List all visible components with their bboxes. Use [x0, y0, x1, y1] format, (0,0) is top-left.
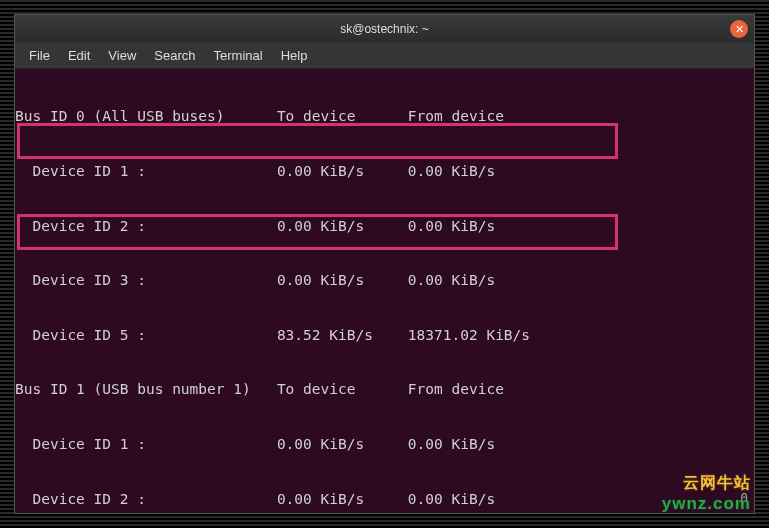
close-icon: ✕ [735, 24, 744, 35]
terminal-line: Bus ID 0 (All USB buses) To device From … [15, 107, 754, 125]
terminal-line: Device ID 1 : 0.00 KiB/s 0.00 KiB/s [15, 162, 754, 180]
terminal-line: Device ID 1 : 0.00 KiB/s 0.00 KiB/s [15, 435, 754, 453]
menu-view[interactable]: View [100, 46, 144, 65]
annotation-highlight-1 [17, 123, 618, 159]
menu-edit[interactable]: Edit [60, 46, 98, 65]
menu-terminal[interactable]: Terminal [206, 46, 271, 65]
terminal-window: sk@ostechnix: ~ ✕ File Edit View Search … [14, 14, 755, 514]
menu-search[interactable]: Search [146, 46, 203, 65]
terminal-output[interactable]: Bus ID 0 (All USB buses) To device From … [15, 69, 754, 513]
menu-help[interactable]: Help [273, 46, 316, 65]
menu-file[interactable]: File [21, 46, 58, 65]
terminal-line: Bus ID 1 (USB bus number 1) To device Fr… [15, 380, 754, 398]
close-button[interactable]: ✕ [730, 20, 748, 38]
titlebar[interactable]: sk@ostechnix: ~ ✕ [15, 15, 754, 43]
terminal-line: Device ID 3 : 0.00 KiB/s 0.00 KiB/s [15, 271, 754, 289]
window-title: sk@ostechnix: ~ [340, 22, 429, 36]
menubar: File Edit View Search Terminal Help [15, 43, 754, 69]
status-number: 0 [740, 489, 748, 507]
terminal-line: Device ID 2 : 0.00 KiB/s 0.00 KiB/s [15, 490, 754, 508]
terminal-line: Device ID 2 : 0.00 KiB/s 0.00 KiB/s [15, 217, 754, 235]
terminal-line: Device ID 5 : 83.52 KiB/s 18371.02 KiB/s [15, 326, 754, 344]
